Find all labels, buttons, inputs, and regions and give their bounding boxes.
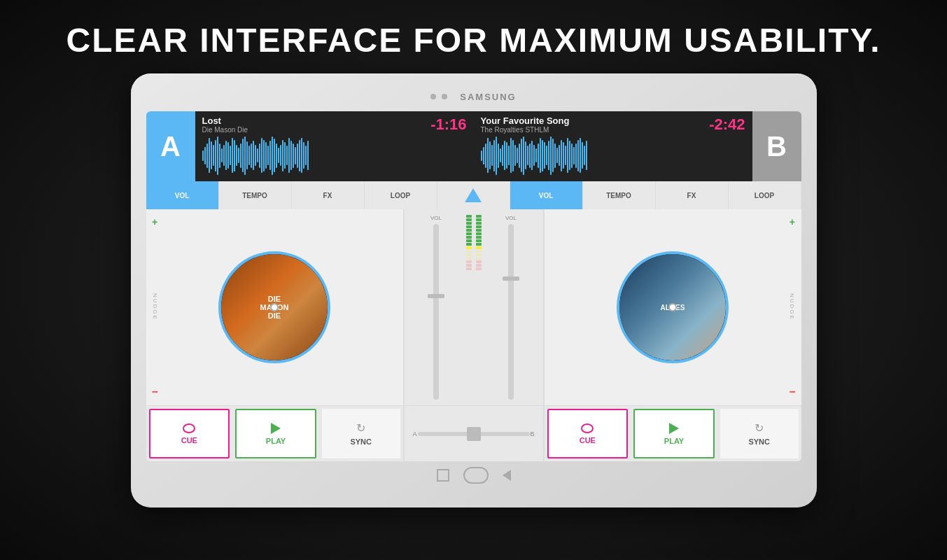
play-button-a[interactable]: PLAY — [235, 409, 316, 458]
waveform-bar — [272, 136, 273, 175]
waveform-bar — [575, 144, 577, 168]
waveform-bar — [496, 136, 497, 175]
waveform-bar — [538, 144, 539, 168]
tempo-btn-b[interactable]: TEMPO — [583, 181, 656, 209]
mixer-zone: VOL VOL — [404, 209, 544, 461]
nudge-left-a: + NUDGE − — [152, 209, 158, 405]
waveform-bar — [508, 146, 510, 165]
waveform-bar — [299, 140, 300, 172]
loop-btn-a[interactable]: LOOP — [365, 181, 437, 209]
vu-segment — [476, 246, 482, 249]
track-time-b: -2:42 — [709, 115, 745, 134]
logo-center — [437, 181, 510, 209]
tablet-shell: SAMSUNG A Lost Die Mason Die -1:16 — [131, 74, 817, 507]
vu-segment — [466, 264, 472, 267]
waveform-bar — [305, 146, 307, 165]
sync-label-b: SYNC — [748, 438, 770, 446]
bottom-buttons-a: CUE PLAY ↻ SYNC — [146, 405, 403, 461]
waveform-bar — [269, 141, 271, 170]
minus-sign-a: − — [152, 386, 158, 398]
waveform-bar — [519, 144, 520, 168]
waveform-bar — [586, 141, 587, 170]
loop-btn-b[interactable]: LOOP — [729, 181, 801, 209]
waveform-bar — [251, 144, 252, 168]
waveform-bar — [261, 138, 262, 173]
logo-triangle-icon — [465, 188, 482, 202]
vu-segment — [466, 257, 472, 260]
waveform-bar — [223, 145, 225, 166]
vol-btn-b[interactable]: VOL — [510, 181, 583, 209]
turntable-a[interactable]: DIEMASONDIE — [218, 251, 330, 363]
cue-icon-b — [581, 424, 594, 433]
waveform-bar — [227, 142, 229, 169]
waveform-bar — [527, 146, 528, 165]
fx-btn-b[interactable]: FX — [656, 181, 729, 209]
waveform-bar — [548, 141, 549, 170]
fader-handle-b[interactable] — [503, 276, 519, 281]
bottom-buttons-b: CUE PLAY ↻ SYNC — [545, 405, 801, 461]
waveform-bar — [242, 139, 244, 172]
waveform-bar — [504, 141, 505, 170]
waveform-bar — [286, 146, 288, 165]
sync-button-b[interactable]: ↻ SYNC — [720, 409, 799, 458]
waveform-bar — [500, 148, 501, 162]
sync-icon-b: ↻ — [755, 421, 764, 435]
tempo-btn-a[interactable]: TEMPO — [219, 181, 292, 209]
waveform-bar — [225, 141, 227, 170]
waveform-bar — [246, 141, 248, 169]
vu-segment — [466, 243, 472, 246]
waveform-bar — [297, 144, 298, 168]
fader-track-a[interactable] — [433, 224, 439, 400]
fader-track-b[interactable] — [508, 224, 514, 400]
turntable-b[interactable]: ALTIES — [617, 251, 729, 363]
waveform-bar — [517, 148, 518, 163]
waveform-deck-b: Your Favourite Song The Royalties STHLM … — [474, 111, 752, 181]
plus-sign-b: + — [790, 216, 795, 227]
waveform-bar — [202, 150, 204, 161]
controls-row: VOL TEMPO FX LOOP VOL TEMPO FX LOOP — [146, 181, 801, 209]
sync-button-a[interactable]: ↻ SYNC — [322, 409, 400, 458]
waveform-bar — [221, 148, 223, 162]
tablet-back-icon[interactable] — [503, 470, 511, 481]
play-icon-a — [271, 423, 281, 434]
waveform-bar — [514, 145, 516, 166]
crossfader-label-b: B — [530, 430, 534, 438]
fader-handle-a[interactable] — [428, 294, 444, 298]
vu-segment — [476, 239, 482, 242]
tablet-menu-icon[interactable] — [437, 469, 449, 482]
waveform-bar — [567, 138, 568, 173]
waveform-bar — [248, 146, 250, 165]
fx-btn-a[interactable]: FX — [292, 181, 365, 209]
waveform-bar — [485, 144, 486, 168]
fader-col-b: VOL — [485, 215, 538, 400]
nudge-label-b: NUDGE — [789, 293, 795, 321]
track-name-b: Your Favourite Song — [481, 115, 570, 126]
waveform-bar — [204, 147, 206, 164]
vu-meter-a — [465, 215, 472, 400]
waveform-bar — [483, 147, 484, 164]
vu-segment — [476, 232, 482, 235]
waveform-bar — [582, 142, 583, 169]
play-button-b[interactable]: PLAY — [633, 409, 715, 458]
waveform-bar — [284, 142, 286, 169]
cue-button-b[interactable]: CUE — [547, 409, 629, 458]
waveform-bar — [561, 140, 562, 172]
crossfader-track[interactable] — [418, 432, 530, 436]
waveform-bar — [288, 138, 290, 173]
tablet-home-button[interactable] — [463, 467, 489, 484]
waveform-bar — [481, 150, 482, 161]
vu-segment — [476, 260, 482, 263]
waveform-visual-b — [481, 134, 745, 177]
track-meta-b: Your Favourite Song The Royalties STHLM — [481, 115, 570, 134]
waveform-bar — [540, 138, 541, 173]
cue-button-a[interactable]: CUE — [149, 409, 230, 458]
cue-label-b: CUE — [580, 436, 596, 444]
fader-label-b: VOL — [505, 215, 517, 221]
play-icon-b — [669, 423, 679, 434]
waveform-area: A Lost Die Mason Die -1:16 Your Favourit… — [146, 111, 801, 181]
waveform-bar — [584, 146, 585, 165]
crossfader-handle[interactable] — [467, 427, 481, 441]
turntable-area-b: ALTIES + NUDGE − — [545, 209, 801, 405]
waveform-bar — [265, 142, 267, 169]
vol-btn-a[interactable]: VOL — [146, 181, 219, 209]
